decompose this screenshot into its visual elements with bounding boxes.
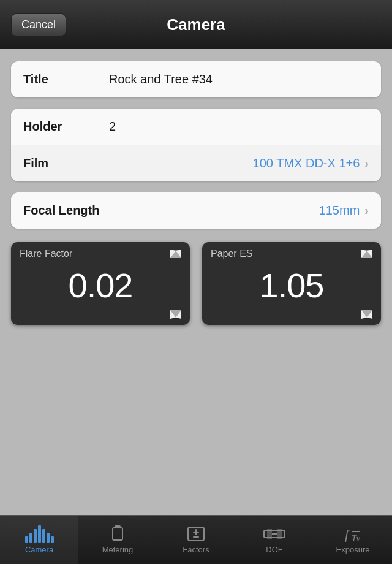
film-row[interactable]: Film 100 TMX DD-X 1+6 ›	[11, 145, 381, 181]
title-value: Rock and Tree #34	[109, 72, 369, 86]
tab-metering-label: Metering	[102, 545, 134, 554]
exposure-icon: f Tv	[344, 525, 362, 543]
svg-marker-6	[277, 529, 282, 539]
paper-es-header: Paper ES	[202, 242, 381, 262]
flare-factor-down-button[interactable]	[170, 310, 181, 319]
title-row[interactable]: Title Rock and Tree #34	[11, 61, 381, 97]
flare-factor-header: Flare Factor	[11, 242, 190, 262]
focal-length-label: Focal Length	[23, 204, 109, 218]
flare-factor-footer	[11, 308, 190, 325]
holder-row: Holder 2	[11, 109, 381, 145]
tab-bar: Camera Metering Factors	[0, 515, 392, 564]
tab-camera-label: Camera	[25, 545, 53, 554]
svg-text:Tv: Tv	[352, 534, 361, 543]
film-chevron-icon: ›	[364, 156, 369, 170]
flare-factor-label: Flare Factor	[20, 248, 72, 259]
holder-value: 2	[109, 120, 369, 134]
dof-icon	[263, 525, 285, 543]
focal-length-value: 115mm	[109, 204, 360, 218]
tab-camera[interactable]: Camera	[0, 516, 78, 564]
paper-es-value: 1.05	[202, 262, 381, 308]
title-card: Title Rock and Tree #34	[11, 61, 381, 97]
paper-es-up-button[interactable]	[361, 250, 372, 258]
paper-es-label: Paper ES	[211, 248, 252, 259]
tab-factors[interactable]: Factors	[157, 516, 235, 564]
metering-icon	[110, 525, 126, 543]
main-content: Title Rock and Tree #34 Holder 2 Film 10…	[0, 49, 392, 515]
holder-film-card: Holder 2 Film 100 TMX DD-X 1+6 ›	[11, 109, 381, 181]
camera-icon	[25, 525, 54, 543]
tab-dof-label: DOF	[266, 545, 282, 554]
film-value: 100 TMX DD-X 1+6	[109, 156, 360, 170]
tab-metering[interactable]: Metering	[78, 516, 157, 564]
svg-text:f: f	[345, 527, 350, 542]
film-label: Film	[23, 156, 109, 170]
flare-factor-widget: Flare Factor 0.02	[11, 242, 190, 325]
tab-factors-label: Factors	[183, 545, 209, 554]
flare-factor-up-button[interactable]	[170, 250, 181, 258]
header: Cancel Camera	[0, 0, 392, 49]
page-title: Camera	[167, 15, 225, 34]
tab-exposure-label: Exposure	[336, 545, 370, 554]
holder-label: Holder	[23, 120, 109, 134]
cancel-button[interactable]: Cancel	[11, 13, 66, 36]
paper-es-footer	[202, 308, 381, 325]
paper-es-down-button[interactable]	[361, 310, 372, 319]
focal-length-row[interactable]: Focal Length 115mm ›	[11, 192, 381, 229]
steppers-row: Flare Factor 0.02 Paper ES 1.05	[11, 242, 381, 325]
focal-length-chevron-icon: ›	[364, 204, 369, 218]
svg-marker-5	[267, 529, 272, 539]
flare-factor-value: 0.02	[11, 262, 190, 308]
tab-dof[interactable]: DOF	[235, 516, 314, 564]
factors-icon	[186, 525, 206, 543]
title-label: Title	[23, 72, 109, 86]
tab-exposure[interactable]: f Tv Exposure	[314, 516, 392, 564]
paper-es-widget: Paper ES 1.05	[202, 242, 381, 325]
focal-length-card: Focal Length 115mm ›	[11, 192, 381, 229]
